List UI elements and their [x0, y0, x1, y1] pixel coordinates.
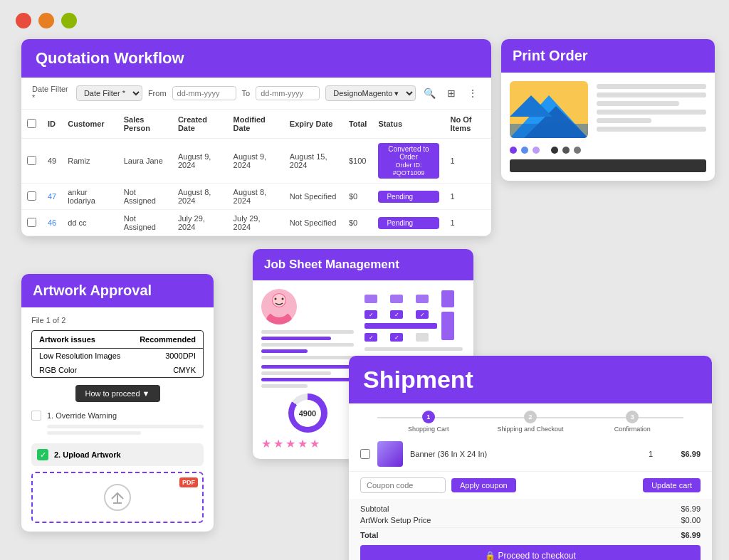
col-total: Total [343, 110, 372, 139]
select-all-checkbox[interactable] [27, 119, 36, 128]
print-order-panel: Print Order [501, 39, 715, 181]
col-status: Status [372, 110, 444, 139]
row-checkbox[interactable] [27, 191, 36, 201]
issue-label-2: RGB Color [39, 366, 77, 374]
issue-row-2: RGB Color CMYK [32, 363, 203, 377]
cell-created-date: August 9, 2024 [172, 139, 228, 184]
filter-date-label: Date Filter * [32, 85, 70, 102]
pdf-badge: PDF [179, 477, 198, 487]
shipment-coupon-row: Apply coupon Update cart [349, 472, 712, 499]
issue-value-2: CMYK [173, 366, 196, 374]
grid-icon[interactable]: ⊞ [443, 85, 458, 102]
file-label: File 1 of 2 [31, 316, 204, 324]
apply-coupon-button[interactable]: Apply coupon [451, 478, 516, 492]
star-2: ★ [273, 437, 283, 450]
step-dot-2: 2 [524, 411, 537, 423]
cell-id: 46 [42, 210, 62, 236]
print-order-image [510, 81, 588, 138]
cell-modified-date: July 29, 2024 [228, 210, 284, 236]
status-badge: Pending [378, 217, 439, 229]
quotation-table: ID Customer Sales Person Created Date Mo… [21, 110, 491, 236]
checkout-button[interactable]: 🔒 Proceed to checkout [360, 545, 701, 560]
step-label-1: Shopping Cart [408, 426, 449, 433]
search-icon[interactable]: 🔍 [421, 85, 437, 102]
item-thumbnail [377, 441, 403, 467]
step-label-3: Confirmation [614, 426, 651, 433]
col-modified-date: Modified Date [228, 110, 284, 139]
step-dot-1: 1 [422, 411, 435, 423]
item-price: $6.99 [665, 450, 701, 458]
avatar [261, 289, 297, 324]
cell-status: Converted to OrderOrder ID: #QOT1009 [372, 139, 444, 184]
upload-dropzone[interactable]: PDF [31, 472, 204, 523]
cell-id: 49 [42, 139, 62, 184]
col-sales-person: Sales Person [118, 110, 172, 139]
jobsheet-title: Job Sheet Management [264, 258, 462, 272]
print-order-bar [510, 159, 706, 172]
override-checkbox[interactable] [31, 411, 41, 421]
cell-expiry-date: August 15, 2024 [284, 139, 343, 184]
cell-items: 1 [445, 184, 491, 210]
store-select[interactable]: DesignoMagento ▾ [325, 85, 416, 101]
status-badge: Pending [378, 191, 439, 203]
upload-checkbox[interactable]: ✓ [37, 449, 48, 460]
update-cart-button[interactable]: Update cart [643, 478, 701, 492]
cell-expiry-date: Not Specified [284, 184, 343, 210]
artwork-value: $0.00 [681, 516, 701, 524]
total-value: $6.99 [681, 531, 701, 539]
cell-customer: Ramiz [62, 139, 117, 184]
subtotal-row: Subtotal $6.99 [360, 504, 701, 513]
quotation-title: Quotation Workflow [36, 49, 477, 68]
svg-point-12 [275, 298, 277, 300]
cell-created-date: July 29, 2024 [172, 210, 228, 236]
step-dot-3: 3 [626, 411, 639, 423]
step-1: 1 Shopping Cart [377, 411, 479, 433]
artwork-issues-table: Artwork issues Recommended Low Resolutio… [31, 330, 204, 378]
print-order-dots [501, 147, 715, 159]
cell-total: $0 [343, 210, 372, 236]
cell-items: 1 [445, 210, 491, 236]
shipment-panel: Shipment 1 Shopping Cart 2 Shipping and … [349, 356, 712, 560]
maximize-dot[interactable] [61, 13, 77, 28]
override-lines [47, 425, 204, 435]
cell-modified-date: August 9, 2024 [228, 139, 284, 184]
col-id: ID [42, 110, 62, 139]
to-date-input[interactable] [256, 86, 320, 100]
stars-row: ★ ★ ★ ★ ★ [261, 437, 354, 450]
row-checkbox[interactable] [27, 156, 36, 165]
proceed-button[interactable]: How to proceed ▼ [75, 385, 160, 402]
shipment-header: Shipment [349, 356, 712, 403]
svg-point-13 [282, 298, 284, 300]
print-order-title: Print Order [513, 48, 703, 64]
issue-row-1: Low Resolution Images 3000DPI [32, 349, 203, 363]
artwork-header: Artwork Approval [21, 274, 214, 307]
filter-icon[interactable]: ⋮ [465, 85, 481, 102]
cell-modified-date: August 8, 2024 [228, 184, 284, 210]
status-badge: Converted to OrderOrder ID: #QOT1009 [378, 143, 439, 179]
upload-section: ✓ 2. Upload Artwork [31, 443, 204, 466]
jobsheet-lines2 [261, 365, 354, 388]
upload-label: 2. Upload Artwork [54, 450, 121, 459]
jobsheet-lines [261, 330, 354, 359]
artwork-row: ArtWork Setup Price $0.00 [360, 516, 701, 524]
minimize-dot[interactable] [38, 13, 54, 28]
coupon-input[interactable] [360, 477, 446, 493]
close-dot[interactable] [16, 13, 31, 28]
window-controls [16, 13, 77, 28]
svg-rect-3 [510, 124, 588, 138]
cell-sales-person: Not Assigned [118, 184, 172, 210]
date-filter-select[interactable]: Date Filter * [76, 85, 142, 101]
star-1: ★ [261, 437, 271, 450]
row-checkbox[interactable] [27, 218, 36, 227]
quotation-workflow-panel: Quotation Workflow Date Filter * Date Fi… [21, 39, 491, 236]
cell-status: Pending [372, 184, 444, 210]
override-label: 1. Override Warning [47, 411, 117, 420]
item-checkbox[interactable] [360, 449, 370, 459]
from-date-input[interactable] [172, 86, 236, 100]
shipment-item-row: Banner (36 In X 24 In) 1 $6.99 [360, 441, 701, 467]
table-row: 49 Ramiz Laura Jane August 9, 2024 Augus… [21, 139, 491, 184]
star-5: ★ [310, 437, 320, 450]
override-section: 1. Override Warning [31, 411, 204, 421]
cell-total: $0 [343, 184, 372, 210]
item-qty: 1 [644, 450, 658, 458]
